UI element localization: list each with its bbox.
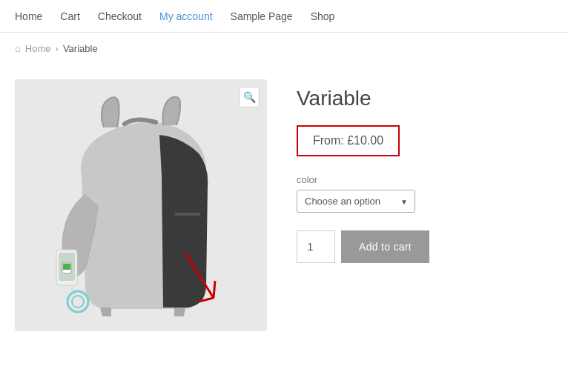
nav-my-account[interactable]: My account [159,10,213,22]
add-to-cart-button[interactable]: Add to cart [341,230,429,263]
color-select-wrapper: Choose an option Black Gray [297,190,415,213]
nav-checkout[interactable]: Checkout [98,10,142,22]
zoom-icon[interactable]: 🔍 [239,87,260,107]
zoom-icon-symbol: 🔍 [243,91,256,103]
breadcrumb-current: Variable [63,43,98,54]
price-text: From: £10.00 [313,134,383,147]
nav-sample-page[interactable]: Sample Page [231,10,293,22]
product-image-container: 🔍 [15,79,267,331]
cart-row: Add to cart [297,230,553,263]
product-title: Variable [297,87,553,110]
nav-shop[interactable]: Shop [311,10,335,22]
svg-line-10 [214,281,215,298]
price-box: From: £10.00 [297,125,400,156]
main-navigation: Home Cart Checkout My account Sample Pag… [0,0,568,33]
product-page: 🔍 Variable From: £10.00 color Choose an … [0,64,568,361]
home-icon: ⌂ [15,43,21,54]
product-image: 🔍 [15,79,267,331]
svg-rect-1 [174,213,200,216]
product-image-svg [15,79,267,331]
color-variation-wrapper: color Choose an option Black Gray [297,174,553,213]
variation-label: color [297,174,553,185]
product-details: Variable From: £10.00 color Choose an op… [297,79,553,331]
breadcrumb: ⌂ Home › Variable [0,33,568,64]
breadcrumb-home[interactable]: Home [25,43,51,54]
color-select[interactable]: Choose an option Black Gray [297,190,415,213]
nav-home[interactable]: Home [15,10,42,22]
nav-cart[interactable]: Cart [60,10,79,22]
svg-rect-5 [63,264,70,270]
breadcrumb-separator: › [56,43,59,54]
quantity-input[interactable] [297,230,335,263]
